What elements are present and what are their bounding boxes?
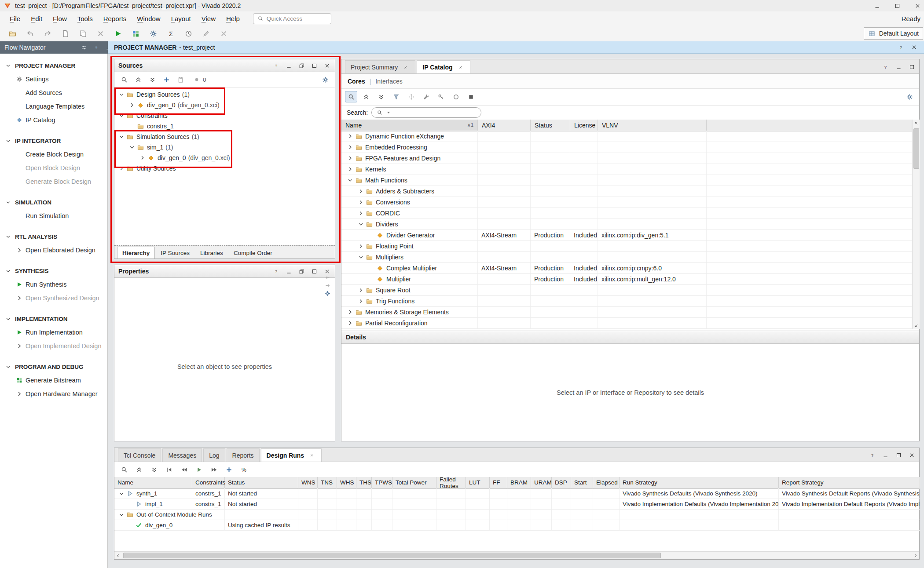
- column-header-bram[interactable]: BRAM: [507, 477, 531, 488]
- delete-button[interactable]: [93, 27, 107, 40]
- ip-row-floating-point[interactable]: Floating Point: [341, 241, 912, 252]
- expander-icon[interactable]: [347, 320, 354, 327]
- scroll-left-icon[interactable]: [114, 552, 121, 559]
- minimize-icon[interactable]: [881, 451, 889, 459]
- help-icon[interactable]: ?: [92, 44, 100, 51]
- sum-button[interactable]: Σ: [164, 27, 178, 40]
- vertical-scrollbar[interactable]: [912, 120, 920, 329]
- tab-messages[interactable]: Messages: [162, 448, 202, 462]
- column-header-ths[interactable]: THS: [356, 477, 372, 488]
- collapse-all-button[interactable]: [360, 91, 372, 102]
- menu-file[interactable]: File: [4, 13, 26, 25]
- fn-section-header-program-and-debug[interactable]: PROGRAM AND DEBUG: [0, 360, 107, 373]
- expand-all-button[interactable]: [148, 464, 160, 475]
- fn-section-header-ip-integrator[interactable]: IP INTEGRATOR: [0, 134, 107, 147]
- fn-section-header-rtl-analysis[interactable]: RTL ANALYSIS: [0, 230, 107, 243]
- expander-icon[interactable]: [128, 102, 136, 109]
- fn-item-add-sources[interactable]: Add Sources: [0, 86, 107, 99]
- close-button[interactable]: [907, 0, 924, 11]
- column-header-tns[interactable]: TNS: [318, 477, 337, 488]
- tab-hierarchy[interactable]: Hierarchy: [117, 247, 155, 259]
- section-collapse-icon[interactable]: [4, 363, 12, 371]
- ip-row-cordic[interactable]: CORDIC: [341, 208, 912, 219]
- edit-button[interactable]: [199, 27, 213, 40]
- add-button[interactable]: [160, 74, 172, 85]
- tab-log[interactable]: Log: [203, 448, 225, 462]
- ip-row-complex-multiplier[interactable]: Complex MultiplierAXI4-StreamProductionI…: [341, 263, 912, 274]
- expander-icon[interactable]: [357, 254, 364, 261]
- forward-button[interactable]: [208, 464, 220, 475]
- fn-item-run-simulation[interactable]: Run Simulation: [0, 209, 107, 222]
- section-collapse-icon[interactable]: [4, 137, 12, 145]
- help-icon[interactable]: ?: [881, 63, 889, 71]
- expander-icon[interactable]: [118, 112, 125, 119]
- fn-section-header-project-manager[interactable]: PROJECT MANAGER: [0, 59, 107, 72]
- menu-reports[interactable]: Reports: [98, 13, 132, 25]
- expander-icon[interactable]: [347, 144, 354, 151]
- column-header-uram[interactable]: URAM: [531, 477, 552, 488]
- redo-button[interactable]: [40, 27, 55, 40]
- tab-compile-order[interactable]: Compile Order: [229, 247, 277, 259]
- ip-row-divider-generator[interactable]: Divider GeneratorAXI4-StreamProductionIn…: [341, 230, 912, 241]
- run-row-synth-1[interactable]: synth_1constrs_1Not startedVivado Synthe…: [114, 488, 920, 499]
- key-button[interactable]: [435, 91, 447, 102]
- ip-row-square-root[interactable]: Square Root: [341, 285, 912, 296]
- expander-icon[interactable]: [118, 165, 125, 172]
- fn-item-language-templates[interactable]: Language Templates: [0, 99, 107, 113]
- minimize-icon[interactable]: [285, 62, 293, 69]
- expander-icon[interactable]: [118, 133, 125, 140]
- step-back-button[interactable]: [163, 464, 175, 475]
- cancel-button[interactable]: [216, 27, 231, 40]
- undo-button[interactable]: [23, 27, 37, 40]
- ip-row-fpga-features-and-design[interactable]: FPGA Features and Design: [341, 153, 912, 164]
- fn-item-create-block-design[interactable]: Create Block Design: [0, 147, 107, 161]
- open-button[interactable]: [5, 27, 19, 40]
- maximize-icon[interactable]: [908, 63, 916, 71]
- column-header-dsp[interactable]: DSP: [552, 477, 571, 488]
- filter-button[interactable]: [390, 91, 402, 102]
- expander-icon[interactable]: [347, 166, 354, 173]
- quick-access-search[interactable]: Quick Access: [253, 13, 331, 24]
- tree-row-div-gen-0[interactable]: div_gen_0(div_gen_0.xci): [114, 153, 335, 163]
- settings-button[interactable]: [903, 91, 916, 102]
- maximize-icon[interactable]: [310, 62, 318, 69]
- tab-ip-sources[interactable]: IP Sources: [156, 247, 194, 259]
- settings-gear-button[interactable]: [146, 27, 160, 40]
- column-header-license[interactable]: License: [570, 120, 598, 131]
- ip-row-dynamic-function-exchange[interactable]: Dynamic Function eXchange: [341, 131, 912, 142]
- tab-tcl-console[interactable]: Tcl Console: [118, 448, 161, 462]
- close-icon[interactable]: [910, 44, 918, 51]
- menu-flow[interactable]: Flow: [48, 13, 72, 25]
- run-row-div-gen-0[interactable]: div_gen_0Using cached IP results: [114, 520, 920, 531]
- scrollbar-thumb[interactable]: [123, 553, 661, 558]
- column-header-vlnv[interactable]: VLNV: [598, 120, 707, 131]
- float-icon[interactable]: [297, 62, 305, 69]
- expander-icon[interactable]: [118, 91, 125, 98]
- expander-icon[interactable]: [357, 298, 364, 305]
- wrench-button[interactable]: [420, 91, 432, 102]
- column-header-ff[interactable]: FF: [490, 477, 507, 488]
- column-header-failed_routes[interactable]: Failed Routes: [436, 477, 466, 488]
- collapse-all-button[interactable]: [132, 74, 144, 85]
- expand-all-button[interactable]: [146, 74, 158, 85]
- tab-ip-catalog[interactable]: IP Catalog: [417, 60, 470, 73]
- menu-tools[interactable]: Tools: [72, 13, 98, 25]
- column-header-elapsed[interactable]: Elapsed: [593, 477, 620, 488]
- clock-button[interactable]: [181, 27, 195, 40]
- section-collapse-icon[interactable]: [4, 198, 12, 206]
- tree-row-utility-sources[interactable]: Utility Sources: [114, 163, 335, 174]
- column-header-whs[interactable]: WHS: [337, 477, 356, 488]
- run-row-impl-1[interactable]: impl_1constrs_1Not startedVivado Impleme…: [114, 499, 920, 510]
- fn-item-open-synthesized-design[interactable]: Open Synthesized Design: [0, 291, 107, 305]
- fn-item-run-synthesis[interactable]: Run Synthesis: [0, 277, 107, 291]
- column-header-status[interactable]: Status: [225, 477, 298, 488]
- run-row-out-of-context-module-runs[interactable]: Out-of-Context Module Runs: [114, 510, 920, 520]
- scroll-down-icon[interactable]: [913, 322, 920, 329]
- section-collapse-icon[interactable]: [4, 233, 12, 240]
- ip-row-adders-subtracters[interactable]: Adders & Subtracters: [341, 186, 912, 197]
- collapse-all-button[interactable]: [133, 464, 145, 475]
- menu-window[interactable]: Window: [132, 13, 165, 25]
- ip-search-input[interactable]: [393, 109, 477, 116]
- search-button[interactable]: [118, 74, 130, 85]
- expander-icon[interactable]: [347, 133, 354, 140]
